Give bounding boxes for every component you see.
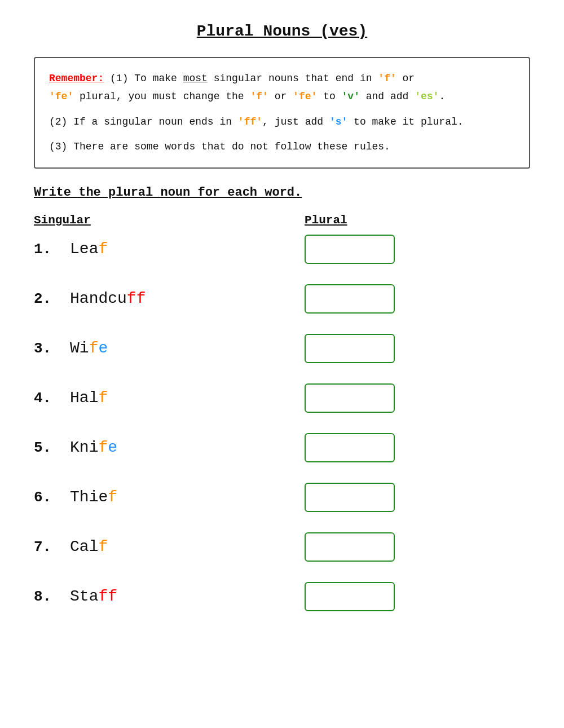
singular-word-8: 8. Staff	[34, 588, 305, 605]
plural-input-4[interactable]	[305, 383, 395, 413]
plural-input-8[interactable]	[305, 582, 395, 611]
singular-word-5: 5. Knife	[34, 439, 305, 456]
rule2-text: (2) If a singular noun ends in 'ff', jus…	[49, 116, 464, 127]
remember-label: Remember:	[49, 73, 104, 84]
singular-word-3: 3. Wife	[34, 339, 305, 357]
word-list: 1. Leaf 2. Handcuff 3. Wife 4. Half 5. K…	[34, 232, 530, 614]
word-row: 1. Leaf	[34, 232, 530, 266]
plural-input-2[interactable]	[305, 284, 395, 314]
plural-input-5[interactable]	[305, 433, 395, 462]
singular-column-header: Singular	[34, 214, 305, 227]
plural-input-1[interactable]	[305, 235, 395, 264]
word-row: 8. Staff	[34, 580, 530, 614]
word-row: 5. Knife	[34, 431, 530, 465]
word-row: 4. Half	[34, 381, 530, 415]
word-row: 2. Handcuff	[34, 282, 530, 316]
plural-input-7[interactable]	[305, 532, 395, 562]
instruction-heading: Write the plural noun for each word.	[34, 186, 530, 200]
singular-word-7: 7. Calf	[34, 538, 305, 555]
rule3-text: (3) There are some words that do not fol…	[49, 141, 390, 152]
plural-input-6[interactable]	[305, 483, 395, 512]
remember-box: Remember: (1) To make most singular noun…	[34, 57, 530, 169]
plural-column-header: Plural	[305, 214, 347, 227]
rule1-text: (1) To make most singular nouns that end…	[49, 73, 445, 102]
columns-header: Singular Plural	[34, 214, 530, 227]
word-row: 6. Thief	[34, 480, 530, 514]
singular-word-4: 4. Half	[34, 389, 305, 407]
page-title: Plural Nouns (ves)	[34, 23, 530, 40]
plural-input-3[interactable]	[305, 334, 395, 363]
word-row: 7. Calf	[34, 530, 530, 564]
singular-word-6: 6. Thief	[34, 488, 305, 506]
word-row: 3. Wife	[34, 332, 530, 365]
singular-word-1: 1. Leaf	[34, 240, 305, 258]
singular-word-2: 2. Handcuff	[34, 290, 305, 307]
